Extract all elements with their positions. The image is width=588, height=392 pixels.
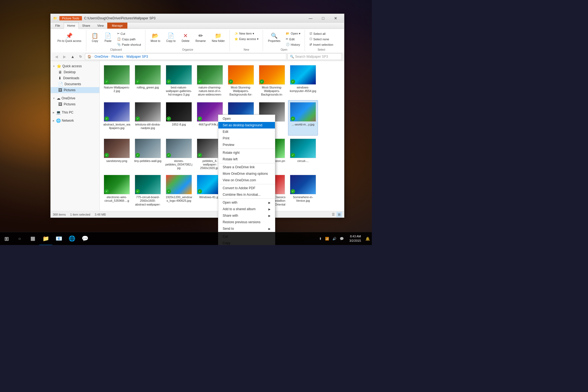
- file-item[interactable]: ✓venice-rac...: [102, 210, 132, 211]
- rename-button[interactable]: ✏ Rename: [193, 31, 208, 44]
- tab-manage[interactable]: Manage: [107, 23, 127, 29]
- easy-access-button[interactable]: ⭐ Easy access ▾: [232, 36, 261, 42]
- delete-button[interactable]: ✕ Delete: [179, 31, 192, 44]
- paste-shortcut-button[interactable]: 📎 Paste shortcut: [115, 42, 143, 47]
- tab-file[interactable]: File: [52, 23, 64, 29]
- search-box[interactable]: 🔍 Search Wallpaper SP3: [287, 53, 342, 60]
- new-item-button[interactable]: ✨ New item ▾: [232, 31, 261, 36]
- file-item[interactable]: ✓Most-Stunning-Wallpapers-Backgrounds-fo…: [226, 63, 256, 99]
- context-menu-item[interactable]: Edit: [218, 128, 275, 135]
- forward-button[interactable]: ▶: [61, 53, 68, 60]
- history-button[interactable]: 🕐 History: [284, 42, 302, 47]
- context-menu-item[interactable]: Open: [218, 115, 275, 122]
- sidebar-item-pictures[interactable]: 🖼 Pictures: [51, 87, 99, 93]
- picture-tools-tab[interactable]: Picture Tools: [59, 16, 82, 20]
- paste-button[interactable]: 📄 Paste: [102, 31, 114, 44]
- file-item[interactable]: ✓nature-charming-nature-best-of-n-ature-…: [195, 63, 225, 99]
- context-menu-item[interactable]: Add to a shared album▶: [218, 206, 275, 212]
- sidebar-item-this-pc[interactable]: ▶ 💻 This PC: [51, 109, 99, 115]
- new-folder-button[interactable]: 📁 New folder: [209, 31, 227, 44]
- refresh-button[interactable]: ↻: [77, 53, 84, 60]
- sidebar-item-onedrive[interactable]: ▼ ☁ OneDrive: [51, 95, 99, 101]
- file-item[interactable]: ✓1852-8.jpg: [164, 100, 194, 136]
- invert-selection-button[interactable]: ⇄ Invert selection: [308, 42, 335, 47]
- file-item[interactable]: ✓rolling_green.jpg: [133, 63, 163, 99]
- context-menu-item[interactable]: Set as desktop background: [218, 122, 275, 128]
- sidebar-item-documents[interactable]: 📄 Documents: [51, 81, 99, 87]
- sidebar-item-od-pictures[interactable]: 🖼 Pictures: [51, 101, 99, 107]
- file-item[interactable]: ✓tiny-pebbles-wall.jpg: [133, 137, 163, 172]
- file-item[interactable]: ✓best-nature-wallpaper-galleries-hd-imag…: [164, 63, 194, 99]
- taskbar-app-ie[interactable]: 🌐: [65, 232, 78, 245]
- cut-button[interactable]: ✂ Cut: [115, 31, 143, 36]
- file-item[interactable]: ✓Nature-Wallpapers-2.jpg: [102, 63, 132, 99]
- file-item[interactable]: ✓electronic-wire-circuit_535968-...g: [102, 173, 132, 209]
- context-menu-item[interactable]: Open with▶: [218, 199, 275, 206]
- file-item[interactable]: ✓circuit-...: [288, 137, 318, 172]
- breadcrumb-wallpaper-sp3[interactable]: Wallpaper SP3: [126, 55, 148, 59]
- file-item[interactable]: ✓775-circuit-board-2560x1600-abstract-wa…: [133, 173, 163, 209]
- taskbar-app-skype[interactable]: 💬: [78, 232, 91, 245]
- file-item[interactable]: ✓Somewhere-in-Venice.jpg: [288, 173, 318, 209]
- notification-center-button[interactable]: 🔔: [363, 232, 372, 245]
- system-clock[interactable]: 8:43 AM 3/2/2015: [347, 234, 363, 243]
- file-item[interactable]: ✓abstract_texture_wallpapers.jpg: [102, 100, 132, 136]
- context-menu-item[interactable]: Combine files in Acrobat...: [218, 191, 275, 198]
- file-item[interactable]: ✓...bridge-(Venice-Italy).jpg: [133, 210, 163, 211]
- tab-share[interactable]: Share: [79, 23, 94, 29]
- select-all-button[interactable]: ☑ Select all: [308, 31, 335, 36]
- file-item[interactable]: ✓windows-kompyuter-4554.jpg: [288, 63, 318, 99]
- edit-button[interactable]: ✏ Edit: [284, 36, 302, 42]
- context-menu-item[interactable]: Rotate left: [218, 156, 275, 163]
- tray-network-icon[interactable]: 📶: [324, 237, 330, 241]
- pin-to-quick-access-button[interactable]: 📌 Pin to Quick access: [55, 31, 84, 44]
- file-item[interactable]: ✓tekstura-stil-doska-nadpisi.jpg: [133, 100, 163, 136]
- file-item[interactable]: ✓...-world-m...y.jpg: [288, 100, 318, 136]
- file-item[interactable]: ✓Most-Stunning-Wallpapers-Backgrounds-in…: [257, 63, 287, 99]
- move-to-button[interactable]: 📂 Move to: [148, 31, 163, 44]
- context-menu-item[interactable]: Send to▶: [218, 225, 275, 232]
- sidebar-item-network[interactable]: ▶ 🌐 Network: [51, 118, 99, 124]
- context-menu-item[interactable]: More OneDrive sharing options: [218, 170, 275, 177]
- properties-button[interactable]: 🔍 Properties: [266, 31, 283, 44]
- up-button[interactable]: ▲: [69, 53, 76, 60]
- context-menu-item[interactable]: View on OneDrive.com: [218, 177, 275, 183]
- task-view-button[interactable]: ⬜: [26, 232, 39, 245]
- open-button[interactable]: 📂 Open ▾: [284, 31, 302, 36]
- copy-path-button[interactable]: 📋 Copy path: [115, 36, 143, 42]
- minimize-button[interactable]: —: [304, 14, 317, 23]
- context-menu-item[interactable]: Restore previous versions: [218, 219, 275, 225]
- file-item[interactable]: ✓1920x1200_windows_logo-490625.jpg: [164, 173, 194, 209]
- tab-view[interactable]: View: [94, 23, 107, 29]
- file-item[interactable]: ✓eiffel_tour_0.jpg: [164, 210, 194, 211]
- context-menu-item[interactable]: Print: [218, 135, 275, 142]
- copy-to-button[interactable]: 📄 Copy to: [164, 31, 178, 44]
- sidebar-item-desktop[interactable]: 🖥 Desktop: [51, 69, 99, 75]
- breadcrumb-onedrive[interactable]: OneDrive: [94, 55, 108, 59]
- context-menu-item[interactable]: Preview: [218, 142, 275, 148]
- context-menu-item[interactable]: Share a OneDrive link: [218, 164, 275, 170]
- sidebar-item-downloads[interactable]: ⬇ Downloads: [51, 75, 99, 81]
- close-button[interactable]: ✕: [329, 14, 342, 23]
- select-none-button[interactable]: ☐ Select none: [308, 36, 335, 42]
- sidebar-item-quick-access[interactable]: ▼ ⭐ Quick access: [51, 63, 99, 69]
- taskbar-app-outlook[interactable]: 📧: [52, 232, 65, 245]
- tray-comment-icon[interactable]: 💬: [339, 237, 345, 241]
- context-menu-item[interactable]: Rotate right: [218, 149, 275, 156]
- maximize-button[interactable]: □: [317, 14, 329, 23]
- file-item[interactable]: ✓sandstoney.png: [102, 137, 132, 172]
- breadcrumb-pictures[interactable]: Pictures: [111, 55, 123, 59]
- tab-home[interactable]: Home: [64, 23, 79, 29]
- cortana-button[interactable]: ○: [13, 232, 26, 245]
- back-button[interactable]: ◀: [53, 53, 60, 60]
- copy-button[interactable]: 📋 Copy: [89, 31, 101, 44]
- tray-up-icon[interactable]: ⬆: [318, 237, 323, 241]
- tray-volume-icon[interactable]: 🔊: [331, 237, 338, 241]
- grid-view-button[interactable]: ⊞: [336, 212, 342, 217]
- context-menu-item[interactable]: Convert to Adobe PDF: [218, 185, 275, 191]
- list-view-button[interactable]: ☰: [330, 212, 336, 217]
- start-button[interactable]: ⊞: [0, 232, 13, 245]
- taskbar-app-explorer[interactable]: 📁: [39, 232, 52, 245]
- file-item[interactable]: ✓stones-pebbles_00347082.jpg: [164, 137, 194, 172]
- context-menu-item[interactable]: Share with▶: [218, 212, 275, 219]
